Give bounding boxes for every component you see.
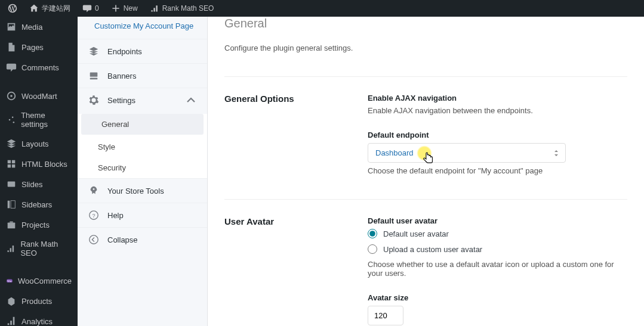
adminmenu-item-rank-math-seo[interactable]: Rank Math SEO — [0, 235, 78, 262]
ajax-label: Enable AJAX navigation — [368, 94, 627, 103]
plus-icon — [111, 4, 121, 13]
plugin-submenu: Customize My Account Page EndpointsBanne… — [78, 0, 208, 326]
svg-rect-9 — [8, 182, 16, 187]
svg-text:?: ? — [92, 213, 95, 219]
main-content: General Configure the plugin general set… — [208, 17, 644, 326]
site-name: 学建站网 — [42, 4, 70, 14]
help-icon: ? — [88, 210, 99, 221]
new-label: New — [124, 4, 138, 13]
wp-logo[interactable] — [5, 4, 20, 13]
svg-rect-5 — [8, 160, 11, 163]
avatar-radio-default[interactable]: Default user avatar — [368, 229, 627, 238]
media-icon — [6, 21, 17, 32]
svg-rect-6 — [12, 160, 15, 163]
banners-icon — [88, 70, 99, 81]
customize-link[interactable]: Customize My Account Page — [78, 17, 207, 39]
home-icon — [29, 4, 39, 13]
default-endpoint-select-wrap: Dashboard — [368, 143, 566, 163]
adminbar: 学建站网 0 New Rank Math SEO — [0, 0, 644, 17]
submenu-item-settings[interactable]: Settings — [78, 88, 207, 112]
svg-rect-7 — [8, 164, 11, 167]
woo-icon: Woo — [6, 275, 13, 286]
rankmath-bar[interactable]: Rank Math SEO — [147, 4, 217, 13]
svg-rect-20 — [90, 73, 98, 77]
chart-icon — [150, 4, 159, 13]
layers-icon — [6, 138, 17, 149]
default-endpoint-help: Choose the default endpoint for "My acco… — [368, 166, 627, 175]
adminmenu-item-woodmart[interactable]: WoodMart — [0, 86, 78, 106]
adminmenu-item-slides[interactable]: Slides — [0, 174, 78, 194]
default-endpoint-select[interactable]: Dashboard — [368, 143, 566, 163]
comments-link[interactable]: 0 — [79, 4, 102, 13]
adminmenu-item-sidebars[interactable]: Sidebars — [0, 194, 78, 215]
submenu-subitem-style[interactable]: Style — [78, 136, 207, 157]
gear-icon — [88, 95, 99, 105]
page-subtitle: Configure the plugin general settings. — [224, 44, 627, 52]
svg-point-4 — [13, 122, 15, 123]
adminmenu-item-woocommerce[interactable]: WooWooCommerce — [0, 271, 78, 291]
analytics-icon — [6, 316, 17, 326]
products-icon — [6, 296, 17, 306]
submenu-item-banners[interactable]: Banners — [78, 63, 207, 88]
adminmenu-item-theme-settings[interactable]: Theme settings — [0, 106, 78, 133]
adminmenu-item-html-blocks[interactable]: HTML Blocks — [0, 154, 78, 174]
general-options-heading: General Options — [224, 94, 344, 191]
svg-point-22 — [93, 188, 95, 190]
adminmenu-item-projects[interactable]: Projects — [0, 215, 78, 235]
site-home[interactable]: 学建站网 — [26, 4, 73, 14]
avatar-radio-default-input[interactable] — [368, 229, 377, 238]
page-icon — [6, 42, 17, 52]
avatar-radio-custom[interactable]: Upload a custom user avatar — [368, 244, 627, 254]
adminmenu-item-products[interactable]: Products — [0, 291, 78, 311]
svg-point-25 — [90, 235, 98, 244]
svg-text:Woo: Woo — [7, 280, 11, 282]
adminmenu-item-comments[interactable]: Comments — [0, 57, 78, 77]
projects-icon — [6, 219, 17, 230]
layers-icon — [88, 46, 99, 57]
user-avatar-heading: User Avatar — [224, 216, 344, 326]
avatar-radio-custom-input[interactable] — [368, 244, 377, 254]
comment-icon — [82, 4, 92, 13]
new-content[interactable]: New — [108, 4, 141, 13]
sliders-icon — [6, 114, 16, 125]
submenu-item-help[interactable]: ?Help — [78, 203, 207, 227]
submenu-item-your-store-tools[interactable]: Your Store Tools — [78, 178, 207, 203]
page-title: General — [224, 17, 627, 30]
svg-rect-10 — [8, 201, 10, 209]
default-avatar-help: Choose whether to use a default avatar i… — [368, 260, 627, 278]
submenu-item-endpoints[interactable]: Endpoints — [78, 39, 207, 63]
adminmenu-item-analytics[interactable]: Analytics — [0, 311, 78, 326]
submenu-item-collapse[interactable]: Collapse — [78, 227, 207, 252]
blocks-icon — [6, 159, 17, 169]
svg-rect-11 — [11, 201, 15, 209]
submenu-subitem-general[interactable]: General — [81, 114, 204, 135]
rankmath-label: Rank Math SEO — [162, 4, 214, 13]
svg-point-2 — [12, 116, 14, 118]
avatar-size-input[interactable] — [368, 306, 403, 325]
comments-icon — [6, 62, 17, 73]
adminmenu-item-pages[interactable]: Pages — [0, 37, 78, 57]
svg-point-1 — [10, 95, 13, 97]
rankmath-icon — [6, 243, 16, 254]
wordpress-icon — [8, 4, 17, 13]
svg-point-3 — [9, 119, 11, 121]
adminmenu-item-media[interactable]: Media — [0, 17, 78, 37]
svg-rect-12 — [8, 222, 16, 228]
adminmenu-item-layouts[interactable]: Layouts — [0, 133, 78, 154]
collapse-icon — [88, 234, 99, 245]
svg-rect-21 — [90, 78, 98, 80]
comments-count: 0 — [95, 4, 99, 13]
svg-rect-8 — [12, 164, 15, 167]
default-endpoint-label: Default endpoint — [368, 131, 627, 139]
default-avatar-label: Default user avatar — [368, 216, 627, 225]
avatar-size-label: Avatar size — [368, 293, 627, 302]
adminmenu: MediaPagesCommentsWoodMartTheme settings… — [0, 17, 78, 326]
woodmart-icon — [6, 91, 17, 101]
rocket-icon — [88, 185, 99, 196]
sidebar-icon — [6, 199, 17, 210]
submenu-subitem-security[interactable]: Security — [78, 157, 207, 178]
chevron-up-icon — [186, 95, 196, 105]
slides-icon — [6, 179, 17, 190]
ajax-help: Enable AJAX navigation between the endpo… — [368, 106, 627, 115]
